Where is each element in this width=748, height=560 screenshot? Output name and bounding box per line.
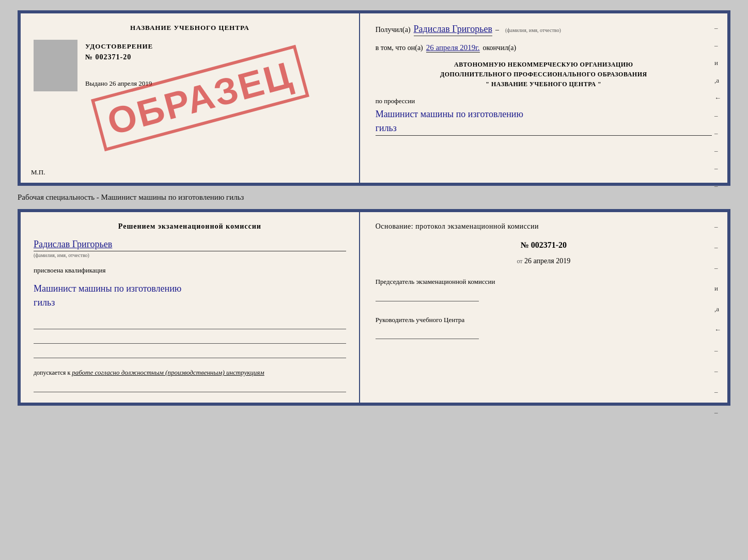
ot-prefix: от (517, 258, 522, 265)
issued-label: Выдано (85, 79, 107, 87)
document-wrapper: НАЗВАНИЕ УЧЕБНОГО ЦЕНТРА УДОСТОВЕРЕНИЕ №… (18, 10, 730, 406)
rukavod-title: Руководитель учебного Центра (376, 315, 712, 325)
org-name-block: АВТОНОМНУЮ НЕКОММЕРЧЕСКУЮ ОРГАНИЗАЦИЮ ДО… (376, 60, 712, 90)
qualification-label: присвоена квалификация (34, 266, 346, 275)
vtom-line: в том, что он(а) 26 апреля 2019г. окончи… (376, 43, 712, 53)
bottom-doc-right: Основание: протокол экзаменационной коми… (360, 212, 727, 403)
okonchil: окончил(а) (483, 44, 517, 52)
received-line: Получил(а) Радислав Григорьев – (фамилия… (376, 24, 712, 36)
profession-handwritten: Машинист машины по изготовлению гильз (376, 107, 712, 136)
top-doc-right: Получил(а) Радислав Григорьев – (фамилия… (360, 13, 727, 183)
org-line2: ДОПОЛНИТЕЛЬНОГО ПРОФЕССИОНАЛЬНОГО ОБРАЗО… (376, 70, 712, 79)
bottom-line-3 (34, 348, 346, 358)
dopuskaetsya-line: допускается к работе согласно должностны… (34, 369, 346, 377)
cert-stamp-area: УДОСТОВЕРЕНИЕ № 002371-20 Выдано 26 апре… (34, 40, 346, 91)
dopuskaetsya-prefix: допускается к (34, 369, 70, 376)
training-center-title: НАЗВАНИЕ УЧЕБНОГО ЦЕНТРА (34, 24, 346, 32)
bottom-doc-left: Решением экзаменационной комиссии Радисл… (21, 212, 360, 403)
decision-title: Решением экзаменационной комиссии (34, 222, 346, 231)
dopuskaetsya-text: работе согласно должностным (производств… (72, 369, 264, 376)
chairman-title: Председатель экзаменационной комиссии (376, 277, 712, 287)
fio-caption: (фамилия, имя, отчество) (505, 27, 561, 33)
specialty-label: Рабочая специальность - Машинист машины … (18, 191, 244, 204)
protocol-date-value: 26 апреля 2019 (524, 257, 570, 265)
bottom-line-last (34, 382, 346, 392)
vtom-prefix: в том, что он(а) (376, 44, 423, 52)
photo-placeholder (34, 40, 77, 91)
cert-number: № 002371-20 (85, 53, 153, 61)
right-dashes-bottom: – – – и ,а ← – – – – (714, 222, 721, 417)
top-doc-left: НАЗВАНИЕ УЧЕБНОГО ЦЕНТРА УДОСТОВЕРЕНИЕ №… (21, 13, 360, 183)
issued-date: 26 апреля 2019 (110, 79, 152, 87)
org-line1: АВТОНОМНУЮ НЕКОММЕРЧЕСКУЮ ОРГАНИЗАЦИЮ (376, 60, 712, 70)
bottom-line-1 (34, 319, 346, 329)
protocol-number: № 002371-20 (376, 241, 712, 250)
mp-line: М.П. (31, 168, 45, 177)
vtom-date: 26 апреля 2019г. (426, 43, 480, 53)
top-document: НАЗВАНИЕ УЧЕБНОГО ЦЕНТРА УДОСТОВЕРЕНИЕ №… (18, 10, 730, 186)
profession-label: по профессии (376, 97, 415, 105)
bottom-name-line: Радислав Григорьев (фамилия, имя, отчест… (34, 239, 346, 258)
profession-block: по профессии Машинист машины по изготовл… (376, 97, 712, 136)
osnovanye-title: Основание: протокол экзаменационной коми… (376, 222, 712, 231)
bottom-document: Решением экзаменационной комиссии Радисл… (18, 209, 730, 406)
bottom-fio-caption: (фамилия, имя, отчество) (34, 252, 346, 258)
rukavod-block: Руководитель учебного Центра (376, 315, 712, 340)
bottom-lines (34, 319, 346, 358)
qualification-handwritten: Машинист машины по изготовлению гильз (34, 282, 346, 310)
right-side-dashes: – – и ,а ← – – – – – (714, 24, 721, 190)
bottom-person-name: Радислав Григорьев (34, 239, 346, 251)
org-line3: " НАЗВАНИЕ УЧЕБНОГО ЦЕНТРА " (376, 79, 712, 89)
cert-title-text: УДОСТОВЕРЕНИЕ (85, 42, 153, 51)
dash1: – (495, 26, 499, 34)
rukavod-signature-line (376, 327, 479, 339)
issued-line: Выдано 26 апреля 2019 (85, 79, 153, 88)
bottom-line-2 (34, 333, 346, 344)
protocol-date: от 26 апреля 2019 (376, 257, 712, 265)
cert-details: УДОСТОВЕРЕНИЕ № 002371-20 Выдано 26 апре… (85, 40, 153, 88)
received-prefix: Получил(а) (376, 26, 411, 34)
chairman-block: Председатель экзаменационной комиссии (376, 277, 712, 301)
chairman-signature-line (376, 289, 479, 301)
recipient-name: Радислав Григорьев (414, 24, 492, 36)
